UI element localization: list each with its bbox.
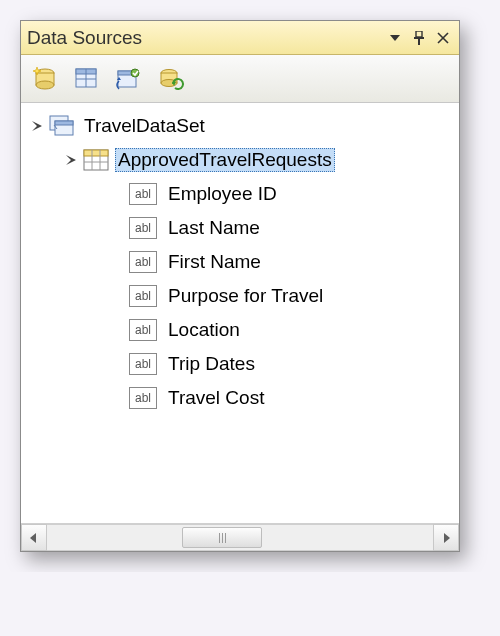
svg-marker-0 — [390, 35, 400, 41]
tree-node-column[interactable]: abl Purpose for Travel — [21, 279, 459, 313]
tree-node-column[interactable]: abl First Name — [21, 245, 459, 279]
textbox-icon: abl — [129, 285, 157, 307]
svg-rect-3 — [418, 39, 420, 45]
svg-rect-1 — [416, 31, 422, 37]
expander-icon[interactable] — [63, 152, 79, 168]
svg-rect-29 — [84, 150, 108, 156]
scroll-left-button[interactable] — [21, 524, 47, 551]
svg-rect-2 — [414, 37, 424, 39]
dropdown-icon[interactable] — [385, 28, 405, 48]
column-label: Trip Dates — [165, 352, 258, 376]
textbox-icon: abl — [129, 319, 157, 341]
horizontal-scrollbar[interactable] — [21, 523, 459, 551]
svg-marker-33 — [30, 533, 36, 543]
tree-node-table[interactable]: ApprovedTravelRequests — [21, 143, 459, 177]
tree-node-dataset[interactable]: TravelDataSet — [21, 109, 459, 143]
tree-node-column[interactable]: abl Location — [21, 313, 459, 347]
tree-node-column[interactable]: abl Travel Cost — [21, 381, 459, 415]
textbox-icon: abl — [129, 387, 157, 409]
pin-icon[interactable] — [409, 28, 429, 48]
svg-marker-27 — [66, 155, 76, 165]
column-label: Travel Cost — [165, 386, 267, 410]
textbox-icon: abl — [129, 183, 157, 205]
column-label: Location — [165, 318, 243, 342]
textbox-icon: abl — [129, 217, 157, 239]
toolbar — [21, 55, 459, 103]
dataset-label: TravelDataSet — [81, 114, 208, 138]
scroll-track[interactable] — [47, 524, 433, 551]
scroll-thumb[interactable] — [182, 527, 262, 548]
tree-node-column[interactable]: abl Trip Dates — [21, 347, 459, 381]
tree-node-column[interactable]: abl Employee ID — [21, 177, 459, 211]
expander-icon[interactable] — [29, 118, 45, 134]
column-label: First Name — [165, 250, 264, 274]
svg-point-8 — [36, 81, 54, 89]
textbox-icon: abl — [129, 251, 157, 273]
column-label: Last Name — [165, 216, 263, 240]
panel-title: Data Sources — [27, 27, 381, 49]
dataset-icon — [49, 114, 75, 138]
refresh-button[interactable] — [155, 63, 187, 95]
datatable-icon — [83, 148, 109, 172]
edit-dataset-designer-button[interactable] — [71, 63, 103, 95]
svg-rect-25 — [55, 121, 73, 125]
add-new-data-source-button[interactable] — [29, 63, 61, 95]
column-label: Employee ID — [165, 182, 280, 206]
data-sources-panel: Data Sources — [20, 20, 460, 552]
table-label: ApprovedTravelRequests — [115, 148, 335, 172]
tree-view[interactable]: TravelDataSet ApprovedTravelRequests abl… — [21, 103, 459, 523]
close-icon[interactable] — [433, 28, 453, 48]
scroll-right-button[interactable] — [433, 524, 459, 551]
svg-marker-34 — [444, 533, 450, 543]
configure-dataset-button[interactable] — [113, 63, 145, 95]
tree-node-column[interactable]: abl Last Name — [21, 211, 459, 245]
titlebar: Data Sources — [21, 21, 459, 55]
textbox-icon: abl — [129, 353, 157, 375]
svg-marker-22 — [32, 121, 42, 131]
column-label: Purpose for Travel — [165, 284, 326, 308]
